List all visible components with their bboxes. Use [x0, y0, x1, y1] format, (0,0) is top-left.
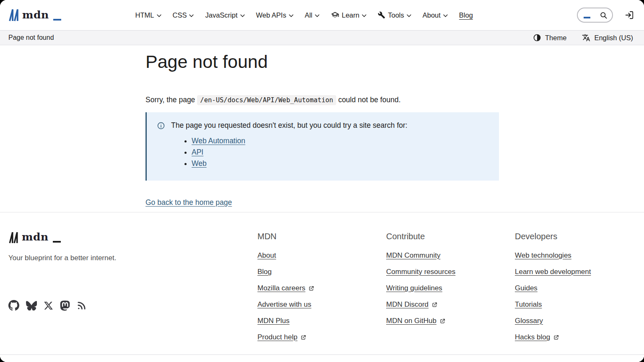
mdn-logo-underscore [53, 19, 61, 21]
external-link-icon [440, 318, 445, 324]
footer-link-advertise[interactable]: Advertise with us [257, 300, 312, 309]
rss-icon[interactable] [77, 301, 86, 310]
footer-link-community-resources[interactable]: Community resources [386, 267, 455, 277]
site-header: mdn HTML CSS JavaScript Web APIs All Lea… [0, 0, 644, 30]
footer-link-mozilla-careers[interactable]: Mozilla careers [257, 284, 314, 293]
bar-actions: Theme English (US) [533, 34, 633, 42]
footer-link-mdn-on-github[interactable]: MDN on GitHub [386, 316, 445, 326]
github-icon[interactable] [8, 300, 19, 311]
breadcrumb: Page not found [8, 34, 54, 41]
sign-in-button[interactable] [625, 10, 634, 20]
search-suggestion-note: The page you requested doesn't exist, bu… [145, 112, 499, 181]
mdn-logo-underscore [53, 241, 61, 243]
list-item: API [192, 148, 489, 157]
mdn-logo-mark-icon [8, 9, 19, 21]
x-twitter-icon[interactable] [44, 301, 53, 310]
site-footer: mdn Your blueprint for a better internet… [0, 212, 644, 362]
list-item: MDN on GitHub [386, 316, 515, 326]
list-item: MDN Plus [257, 316, 386, 326]
suggested-search-link-api[interactable]: API [192, 148, 203, 156]
nav-item-css[interactable]: CSS [173, 11, 194, 19]
external-link-icon [553, 335, 559, 340]
footer-column-title: MDN [257, 232, 386, 241]
search-input[interactable] [577, 8, 613, 23]
footer-column-contribute: Contribute MDN Community Community resou… [386, 232, 515, 362]
page-title: Page not found [145, 51, 644, 72]
footer-link-mdn-plus[interactable]: MDN Plus [257, 316, 290, 326]
list-item: Web [192, 159, 489, 168]
footer-link-blog[interactable]: Blog [257, 267, 272, 277]
footer-link-glossary[interactable]: Glossary [515, 316, 543, 326]
footer-column-mdn: MDN About Blog Mozilla careers Advertise… [257, 232, 386, 362]
footer-link-product-help[interactable]: Product help [257, 333, 306, 342]
list-item: Hacks blog [515, 333, 636, 342]
footer-link-about[interactable]: About [257, 251, 276, 260]
nav-item-learn[interactable]: Learn [331, 11, 366, 19]
graduation-cap-icon [331, 11, 339, 19]
list-item: Community resources [386, 267, 515, 277]
wrench-icon [378, 11, 385, 19]
sign-in-icon [625, 10, 634, 20]
footer-link-web-technologies[interactable]: Web technologies [515, 251, 571, 260]
nav-item-javascript[interactable]: JavaScript [205, 11, 244, 19]
footer-link-writing-guidelines[interactable]: Writing guidelines [386, 284, 442, 293]
list-item: Advertise with us [257, 300, 386, 309]
footer-column-title: Developers [515, 232, 636, 241]
header-actions [577, 8, 634, 23]
footer-link-tutorials[interactable]: Tutorials [515, 300, 542, 309]
mastodon-icon[interactable] [60, 300, 70, 311]
search-placeholder-caret [584, 17, 590, 18]
list-item: Tutorials [515, 300, 636, 309]
translate-icon [582, 34, 590, 42]
browser-viewport: mdn HTML CSS JavaScript Web APIs All Lea… [0, 0, 644, 362]
external-link-icon [309, 286, 314, 291]
chevron-down-icon [157, 14, 161, 17]
main-nav: HTML CSS JavaScript Web APIs All Learn T… [135, 11, 473, 19]
footer-tagline: Your blueprint for a better internet. [8, 254, 257, 262]
nav-item-about[interactable]: About [423, 11, 448, 19]
chevron-down-icon [289, 14, 293, 17]
error-path-code: /en-US/docs/Web/API/Web_Automation [197, 95, 336, 105]
footer-column-developers: Developers Web technologies Learn web de… [515, 232, 636, 362]
footer-link-learn-web-development[interactable]: Learn web development [515, 267, 591, 277]
list-item: Guides [515, 284, 636, 293]
list-item: Web Automation [192, 137, 489, 145]
note-text: The page you requested doesn't exist, bu… [171, 121, 408, 130]
footer-mdn-logo[interactable]: mdn [8, 232, 257, 243]
bluesky-icon[interactable] [26, 300, 37, 310]
mdn-logo[interactable]: mdn [8, 9, 61, 21]
language-button[interactable]: English (US) [582, 34, 633, 42]
footer-link-mdn-discord[interactable]: MDN Discord [386, 300, 437, 309]
theme-icon [533, 34, 541, 42]
chevron-down-icon [407, 14, 411, 17]
footer-bottom-strip [0, 354, 644, 362]
nav-item-html[interactable]: HTML [135, 11, 161, 19]
list-item: Product help [257, 333, 386, 342]
chevron-down-icon [443, 14, 448, 17]
nav-item-all[interactable]: All [305, 11, 319, 19]
nav-item-tools[interactable]: Tools [378, 11, 411, 19]
footer-brand-block: mdn Your blueprint for a better internet… [8, 232, 257, 362]
suggested-search-link-web-automation[interactable]: Web Automation [192, 137, 245, 145]
home-page-link[interactable]: Go back to the home page [145, 198, 232, 207]
list-item: Writing guidelines [386, 284, 515, 293]
list-item: Glossary [515, 316, 636, 326]
footer-link-mdn-community[interactable]: MDN Community [386, 251, 440, 260]
chevron-down-icon [315, 14, 319, 17]
footer-link-hacks-blog[interactable]: Hacks blog [515, 333, 559, 342]
external-link-icon [301, 335, 306, 340]
suggested-search-link-web[interactable]: Web [192, 159, 207, 168]
footer-link-guides[interactable]: Guides [515, 284, 538, 293]
article-actions-bar: Page not found Theme English (US) [0, 30, 644, 45]
chevron-down-icon [362, 14, 366, 17]
chevron-down-icon [240, 14, 245, 17]
theme-button[interactable]: Theme [533, 34, 566, 42]
social-links [8, 300, 257, 311]
error-message: Sorry, the page/en-US/docs/Web/API/Web_A… [145, 96, 644, 104]
nav-item-web-apis[interactable]: Web APIs [256, 11, 293, 19]
list-item: Web technologies [515, 251, 636, 260]
mdn-logo-mark-icon [8, 232, 18, 243]
search-icon[interactable] [600, 11, 608, 19]
list-item: About [257, 251, 386, 260]
nav-item-blog[interactable]: Blog [459, 11, 473, 19]
